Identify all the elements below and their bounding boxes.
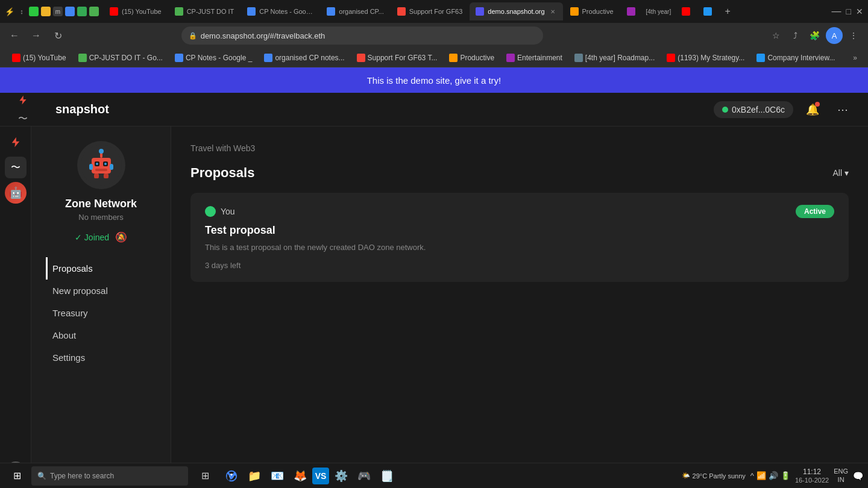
close-button[interactable]: ✕ bbox=[856, 7, 863, 16]
joined-check[interactable]: ✓ Joined bbox=[75, 233, 109, 242]
nav-item-proposals[interactable]: Proposals bbox=[46, 257, 171, 280]
notifications-tray-icon[interactable]: 🗨️ bbox=[853, 471, 863, 481]
filter-button[interactable]: All ▾ bbox=[832, 168, 849, 178]
activity-icon-header[interactable]: 〜 bbox=[14, 111, 31, 128]
proposal-time-left: 3 days left bbox=[205, 261, 834, 270]
wallet-address-button[interactable]: 0xB2ef...0C6c bbox=[714, 101, 793, 118]
tab-strategy[interactable] bbox=[676, 2, 696, 20]
taskbar-search[interactable]: 🔍 Type here to search bbox=[31, 466, 188, 486]
proposal-description: This is a test proposal on the newly cre… bbox=[205, 242, 834, 254]
bookmark-label-comp: Company Interview... bbox=[767, 54, 835, 62]
taskbar-notes-icon[interactable]: 🗒️ bbox=[376, 465, 398, 487]
tab-company[interactable] bbox=[697, 2, 718, 20]
address-bar[interactable]: 🔒 demo.snapshot.org/#/travelback.eth bbox=[181, 27, 543, 45]
content-row: 〜 🤖 + bbox=[0, 127, 868, 488]
nav-item-treasury[interactable]: Treasury bbox=[46, 302, 171, 324]
user-avatar-dot bbox=[205, 206, 216, 217]
tab-support[interactable]: Support For GF63 bbox=[391, 2, 469, 20]
tab-notes-google[interactable]: CP Notes - Google _ bbox=[241, 2, 319, 20]
more-menu-button[interactable]: ⋯ bbox=[832, 99, 854, 120]
tray-chevron-icon[interactable]: ^ bbox=[750, 471, 754, 480]
nav-item-about[interactable]: About bbox=[46, 324, 171, 346]
ext-icon-gray[interactable]: m bbox=[53, 7, 63, 16]
nav-label-new-proposal: New proposal bbox=[52, 286, 108, 296]
back-button[interactable]: ← bbox=[6, 27, 23, 44]
bookmark-org[interactable]: organised CP notes... bbox=[259, 52, 349, 64]
tab-label-youtube: (15) YouTube bbox=[122, 8, 162, 15]
taskbar-outlook-icon[interactable]: 📧 bbox=[266, 465, 288, 487]
extensions-icon[interactable]: ⚡ bbox=[5, 7, 14, 16]
ext-icon-green[interactable] bbox=[29, 7, 39, 16]
svg-rect-12 bbox=[104, 174, 108, 178]
proposal-title[interactable]: Test proposal bbox=[205, 224, 834, 237]
nav-item-new-proposal[interactable]: New proposal bbox=[46, 280, 171, 302]
ext-icon-green2[interactable] bbox=[77, 7, 87, 16]
tab-favicon-youtube bbox=[110, 7, 118, 16]
notification-button[interactable]: 🔔 bbox=[802, 99, 823, 120]
tab-favicon-ent bbox=[627, 7, 635, 16]
start-button[interactable]: ⊞ bbox=[5, 465, 29, 487]
new-tab-button[interactable]: + bbox=[719, 3, 736, 20]
minimize-button[interactable]: — bbox=[832, 6, 841, 17]
ext-icon-check[interactable] bbox=[89, 7, 99, 16]
bookmark-strategy[interactable]: (1193) My Strategy... bbox=[662, 52, 749, 64]
sidebar-bot-avatar[interactable]: 🤖 bbox=[5, 182, 27, 204]
svg-rect-6 bbox=[95, 169, 107, 171]
ext-icon-yellow[interactable] bbox=[41, 7, 51, 16]
taskbar-settings-icon[interactable]: ⚙️ bbox=[330, 465, 352, 487]
sidebar-activity-icon[interactable]: 〜 bbox=[5, 157, 27, 178]
bell-mute-button[interactable]: 🔕 bbox=[115, 231, 127, 243]
bookmark-favicon-cp bbox=[78, 54, 87, 62]
proposal-card[interactable]: You Active Test proposal This is a test … bbox=[190, 193, 849, 282]
tab-cp-notes[interactable]: CP-JUST DO IT bbox=[169, 2, 241, 20]
bolt-icon-header[interactable] bbox=[14, 92, 31, 108]
bookmark-youtube[interactable]: (15) YouTube bbox=[7, 52, 71, 64]
tab-youtube[interactable]: (15) YouTube bbox=[104, 2, 168, 20]
svg-rect-1 bbox=[92, 158, 111, 174]
nav-item-settings[interactable]: Settings bbox=[46, 346, 171, 369]
tab-productive[interactable]: Productive bbox=[564, 2, 620, 20]
share-icon[interactable]: ⤴ bbox=[787, 27, 804, 44]
clock-area[interactable]: 11:12 16-10-2022 bbox=[795, 468, 829, 484]
more-options-icon[interactable]: ⋮ bbox=[845, 27, 862, 44]
taskbar-explorer-icon[interactable]: 📁 bbox=[244, 465, 265, 487]
bookmark-more-button[interactable]: » bbox=[849, 52, 861, 64]
bookmark-favicon-strat bbox=[667, 54, 675, 62]
bookmarks-bar: (15) YouTube CP-JUST DO IT - Go... CP No… bbox=[0, 48, 868, 67]
extensions-icon2[interactable]: ↕ bbox=[17, 7, 27, 16]
tab-label-support: Support For GF63 bbox=[409, 8, 463, 15]
proposals-header: Proposals All ▾ bbox=[190, 165, 849, 181]
window-controls: — □ ✕ bbox=[832, 6, 863, 17]
nav-label-about: About bbox=[52, 330, 76, 340]
reload-button[interactable]: ↻ bbox=[49, 27, 66, 44]
taskbar-vscode-icon[interactable]: VS bbox=[312, 468, 329, 484]
weather-icon: 🌤️ bbox=[682, 472, 690, 480]
profile-icon[interactable]: A bbox=[826, 27, 843, 44]
extensions-panel-icon[interactable]: 🧩 bbox=[807, 27, 823, 44]
bookmark-label-yt: (15) YouTube bbox=[23, 54, 66, 62]
tab-close-icon[interactable]: ✕ bbox=[549, 7, 557, 16]
taskbar-chrome-icon[interactable] bbox=[221, 465, 242, 487]
maximize-button[interactable]: □ bbox=[846, 7, 851, 16]
bookmark-company[interactable]: Company Interview... bbox=[752, 52, 840, 64]
bookmark-roadmap[interactable]: [4th year] Roadmap... bbox=[570, 52, 659, 64]
svg-point-4 bbox=[96, 163, 98, 165]
bookmark-notes[interactable]: CP Notes - Google _ bbox=[170, 52, 257, 64]
proposal-user: You bbox=[205, 206, 235, 217]
tab-entertainment[interactable] bbox=[621, 2, 641, 20]
ext-icon-google[interactable] bbox=[65, 7, 75, 16]
tab-roadmap[interactable]: [4th year] bbox=[643, 2, 675, 20]
bookmark-entertainment[interactable]: Entertainment bbox=[502, 52, 567, 64]
tab-organised[interactable]: organised CP... bbox=[321, 2, 389, 20]
task-view-button[interactable]: ⊞ bbox=[194, 465, 216, 487]
bookmark-cp[interactable]: CP-JUST DO IT - Go... bbox=[74, 52, 168, 64]
bookmark-star-icon[interactable]: ☆ bbox=[768, 27, 785, 44]
sidebar-bolt-icon[interactable] bbox=[5, 131, 27, 153]
bookmark-support[interactable]: Support For GF63 T... bbox=[352, 52, 442, 64]
tab-snapshot-active[interactable]: demo.snapshot.org ✕ bbox=[470, 2, 562, 20]
bookmark-productive[interactable]: Productive bbox=[444, 52, 499, 64]
forward-button[interactable]: → bbox=[28, 27, 45, 44]
bookmark-favicon-org bbox=[264, 54, 272, 62]
taskbar-app1-icon[interactable]: 🎮 bbox=[353, 465, 375, 487]
taskbar-firefox-icon[interactable]: 🦊 bbox=[289, 465, 311, 487]
